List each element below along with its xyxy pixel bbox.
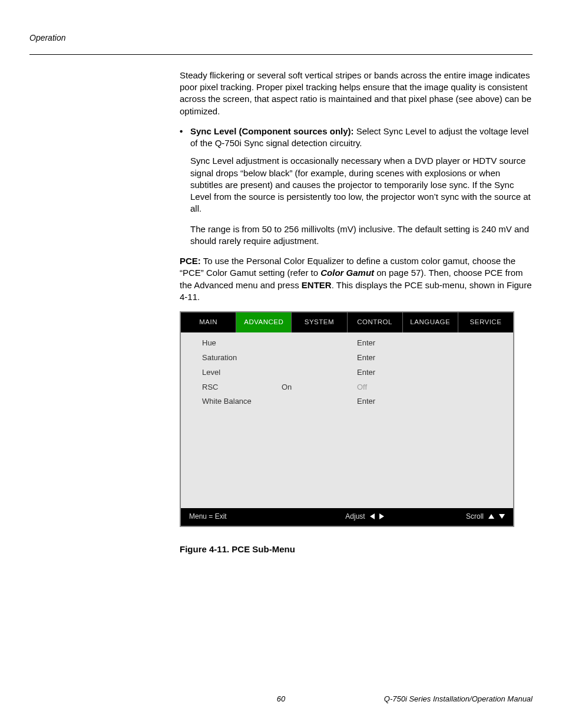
osd-row-value-a: On [282,381,357,394]
osd-menu-row[interactable]: LevelEnter [181,365,513,380]
body-paragraph: Steady flickering or several soft vertic… [180,70,533,117]
bullet-heading: Sync Level (Component sources only): [190,126,354,136]
osd-row-value-b: Enter [357,352,416,364]
osd-row-value-a [282,396,357,408]
osd-row-value-a [282,367,357,379]
body-paragraph: The range is from 50 to 256 millivolts (… [180,223,533,248]
osd-tab-main[interactable]: MAIN [181,312,236,332]
osd-tab-control[interactable]: CONTROL [348,312,403,332]
osd-row-label: Hue [202,337,282,350]
osd-tab-advanced[interactable]: ADVANCED [236,312,292,332]
bullet-item: Sync Level (Component sources only): Sel… [180,126,533,150]
footer-adjust-hint: Adjust [345,512,365,521]
triangle-left-icon [370,513,375,519]
header-rule [29,54,533,55]
osd-tab-system[interactable]: SYSTEM [292,312,347,332]
triangle-up-icon [488,514,494,519]
osd-menu-row[interactable]: HueEnter [181,336,513,351]
osd-tab-service[interactable]: SERVICE [458,312,513,332]
page-number: 60 [277,694,285,704]
osd-row-value-a [282,337,357,350]
enter-key: ENTER [302,280,332,290]
osd-row-value-b: Enter [357,337,416,350]
footer-exit-hint: Menu = Exit [189,512,307,521]
osd-row-value-b: Off [357,381,416,394]
osd-menu-body: HueEnterSaturationEnterLevelEnterRSCOnOf… [181,332,513,508]
osd-tab-language[interactable]: LANGUAGE [403,312,458,332]
figure-caption: Figure 4-11. PCE Sub-Menu [180,543,533,555]
osd-menu-row[interactable]: RSCOnOff [181,380,513,395]
osd-row-label: Level [202,367,282,379]
osd-row-label: RSC [202,381,282,394]
osd-row-value-b: Enter [357,367,416,379]
osd-menu-row[interactable]: SaturationEnter [181,351,513,365]
body-paragraph: Sync Level adjustment is occasionally ne… [180,155,533,215]
osd-tab-bar: MAINADVANCEDSYSTEMCONTROLLANGUAGESERVICE [181,312,513,332]
section-header: Operation [29,32,533,44]
body-paragraph: PCE: To use the Personal Color Equalizer… [180,255,533,303]
page-footer: 60 Q-750i Series Installation/Operation … [29,694,533,704]
triangle-right-icon [379,513,384,519]
osd-menu: MAINADVANCEDSYSTEMCONTROLLANGUAGESERVICE… [180,311,514,527]
triangle-down-icon [499,514,505,519]
color-gamut-ref: Color Gamut [320,268,374,278]
osd-row-value-b: Enter [357,396,416,408]
osd-menu-footer: Menu = Exit Adjust Scroll [181,508,513,526]
pce-heading: PCE: [180,256,201,266]
osd-row-value-a [282,352,357,364]
doc-title: Q-750i Series Installation/Operation Man… [285,694,533,704]
osd-menu-row[interactable]: White BalanceEnter [181,394,513,409]
osd-row-label: White Balance [202,396,282,408]
footer-scroll-hint: Scroll [466,512,484,521]
osd-row-label: Saturation [202,352,282,364]
